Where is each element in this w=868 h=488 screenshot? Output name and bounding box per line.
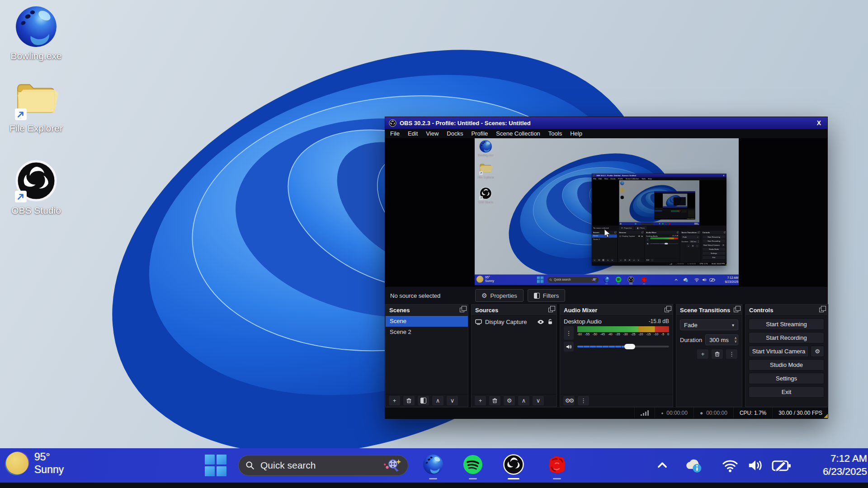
- popout-icon[interactable]: [734, 308, 738, 312]
- menu-file[interactable]: File: [386, 129, 404, 138]
- source-item-display-capture[interactable]: Display Capture: [472, 316, 557, 328]
- volume-slider-handle[interactable]: [624, 344, 635, 349]
- running-indicator: [553, 478, 561, 479]
- scenes-panel: Scenes Scene Scene 2 + ∧ ∨: [385, 304, 468, 407]
- remove-transition-button[interactable]: [712, 349, 723, 359]
- volume-meter: -60-55 -50-45 -40-35 -30-25 -20-15 -10-5…: [577, 326, 669, 340]
- vu-meter-bar: [577, 326, 669, 332]
- screen-bottom-edge: [0, 483, 868, 488]
- start-button[interactable]: [205, 455, 226, 476]
- advanced-audio-button[interactable]: ⚙⚙: [563, 396, 575, 405]
- gear-icon: ⚙: [481, 292, 487, 299]
- folder-icon: [14, 77, 58, 121]
- mouse-cursor: [604, 229, 612, 239]
- filters-icon: [534, 293, 540, 299]
- captured-desktop-icon: OBS Studio: [477, 187, 495, 204]
- tray-volume[interactable]: [747, 448, 764, 483]
- exit-button[interactable]: Exit: [749, 386, 824, 398]
- weather-widget[interactable]: 95° Sunny: [6, 450, 64, 476]
- popout-icon[interactable]: [548, 308, 553, 312]
- remove-scene-button[interactable]: [403, 396, 415, 405]
- audio-options-kebab-button[interactable]: ⋮: [564, 326, 574, 340]
- red-app-icon: [546, 454, 568, 475]
- popout-icon[interactable]: [460, 308, 464, 312]
- controls-title: Controls: [749, 307, 819, 314]
- wifi-icon: [722, 458, 739, 473]
- source-properties-button[interactable]: ⚙: [504, 396, 515, 405]
- screenshot-root: Bowling.exe File Explorer OBS Studio OBS…: [0, 0, 868, 488]
- taskbar-clock[interactable]: 7:12 AM 6/23/2025: [823, 452, 867, 478]
- move-source-up-button[interactable]: ∧: [518, 396, 529, 405]
- transition-select[interactable]: Fade ▾: [680, 319, 738, 330]
- move-source-down-button[interactable]: ∨: [533, 396, 544, 405]
- taskbar-app-bowling[interactable]: [422, 454, 444, 475]
- search-highlight-film-icon[interactable]: [382, 458, 401, 473]
- desktop-icon-file-explorer[interactable]: File Explorer: [7, 77, 66, 134]
- obs-status-bar: ● 00:00:00 ● 00:00:00 CPU: 1.7% 30.00 / …: [385, 407, 828, 418]
- properties-button[interactable]: ⚙ Properties: [475, 289, 524, 302]
- start-virtual-camera-button[interactable]: Start Virtual Camera: [749, 346, 809, 357]
- mute-speaker-button[interactable]: [564, 342, 574, 352]
- taskbar-app-red[interactable]: [546, 454, 568, 475]
- add-scene-button[interactable]: +: [389, 396, 400, 405]
- move-scene-down-button[interactable]: ∨: [447, 396, 458, 405]
- taskbar-app-obs[interactable]: [503, 454, 524, 475]
- shortcut-arrow-icon: [15, 191, 27, 202]
- captured-screen: Bowling.exe File Explorer OBS Studio: [475, 138, 739, 286]
- popout-icon[interactable]: [819, 308, 824, 312]
- search-placeholder: Quick search: [260, 460, 377, 471]
- search-box[interactable]: Quick search: [238, 455, 408, 476]
- virtual-camera-settings-button[interactable]: ⚙: [811, 346, 824, 357]
- menu-tools[interactable]: Tools: [544, 129, 566, 138]
- menu-docks[interactable]: Docks: [443, 129, 467, 138]
- meter-scale: -60-55 -50-45 -40-35 -30-25 -20-15 -10-5…: [577, 333, 669, 336]
- menu-profile[interactable]: Profile: [467, 129, 492, 138]
- add-source-button[interactable]: +: [475, 396, 486, 405]
- lock-icon[interactable]: [547, 319, 553, 325]
- obs-docks: Scenes Scene Scene 2 + ∧ ∨ S: [385, 304, 828, 408]
- visibility-eye-icon[interactable]: [537, 319, 544, 324]
- menu-scene-collection[interactable]: Scene Collection: [492, 129, 544, 138]
- running-indicator: [469, 478, 477, 479]
- studio-mode-button[interactable]: Studio Mode: [749, 359, 824, 371]
- resize-grip[interactable]: [824, 414, 828, 418]
- mixer-kebab-button[interactable]: ⋮: [578, 396, 589, 405]
- obs-titlebar[interactable]: OBS 30.2.3 - Profile: Untitled - Scenes:…: [385, 117, 827, 129]
- spotify-icon: [462, 454, 484, 475]
- menu-edit[interactable]: Edit: [404, 129, 422, 138]
- filters-button[interactable]: Filters: [528, 289, 565, 302]
- sources-panel: Sources Display Capture + ⚙: [471, 304, 557, 407]
- obs-menubar: File Edit View Docks Profile Scene Colle…: [385, 129, 827, 138]
- close-button[interactable]: X: [814, 119, 824, 127]
- tray-pen-battery[interactable]: [771, 448, 792, 483]
- desktop-icon-bowling[interactable]: Bowling.exe: [7, 5, 66, 61]
- menu-view[interactable]: View: [422, 129, 443, 138]
- scene-transitions-panel: Scene Transitions Fade ▾ Duration 300 ms: [676, 304, 742, 407]
- duration-spinbox[interactable]: 300 ms ∧∨: [705, 334, 738, 345]
- taskbar-app-spotify[interactable]: [462, 454, 484, 475]
- move-scene-up-button[interactable]: ∧: [432, 396, 443, 405]
- speaker-icon: [566, 344, 572, 350]
- desktop-icon-obs-studio[interactable]: OBS Studio: [7, 159, 66, 216]
- menu-help[interactable]: Help: [566, 129, 586, 138]
- start-streaming-button[interactable]: Start Streaming: [749, 319, 824, 330]
- add-transition-button[interactable]: +: [697, 349, 708, 359]
- scene-filters-button[interactable]: [418, 396, 429, 405]
- tray-overflow-chevron[interactable]: [656, 448, 668, 483]
- search-icon: [245, 460, 255, 470]
- transition-kebab-button[interactable]: ⋮: [726, 349, 737, 359]
- start-recording-button[interactable]: Start Recording: [749, 332, 824, 343]
- tray-weather-cloud[interactable]: [684, 448, 703, 483]
- scene-item-selected[interactable]: Scene: [386, 316, 468, 327]
- tray-network[interactable]: [722, 448, 739, 483]
- settings-button[interactable]: Settings: [749, 373, 824, 384]
- scene-item[interactable]: Scene 2: [386, 327, 468, 338]
- desktop: Bowling.exe File Explorer OBS Studio OBS…: [0, 0, 868, 488]
- taskbar: 95° Sunny Quick search 7:12 AM: [0, 448, 868, 483]
- remove-source-button[interactable]: [489, 396, 500, 405]
- volume-slider[interactable]: [577, 342, 669, 352]
- popout-icon[interactable]: [665, 308, 669, 312]
- spin-arrows[interactable]: ∧∨: [734, 337, 737, 343]
- record-circle-icon: ●: [700, 410, 703, 416]
- obs-preview-canvas[interactable]: Bowling.exe File Explorer OBS Studio: [385, 138, 827, 286]
